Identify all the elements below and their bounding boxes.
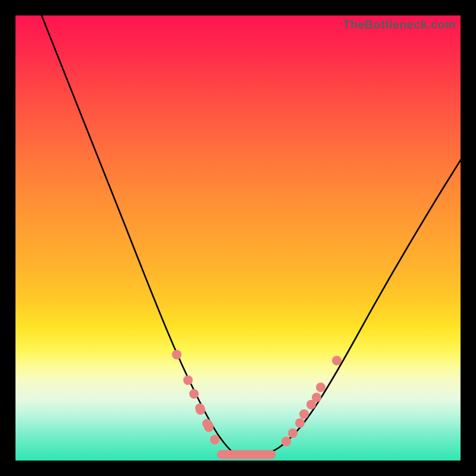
data-dot	[189, 389, 199, 399]
curve-line	[39, 10, 462, 455]
data-dot	[299, 409, 309, 419]
data-dot	[281, 437, 291, 446]
chart-svg	[15, 15, 461, 461]
data-dot	[183, 375, 193, 385]
data-dot	[195, 403, 205, 413]
data-dot	[210, 435, 220, 444]
data-dot	[295, 418, 305, 428]
data-dot	[204, 422, 214, 432]
data-dot	[306, 400, 316, 409]
data-dot	[288, 428, 298, 438]
data-dot	[172, 350, 181, 359]
data-dot	[332, 356, 342, 365]
chart-plot-area: TheBottleneck.com	[15, 15, 461, 461]
data-dot	[316, 383, 325, 392]
watermark-text: TheBottleneck.com	[343, 18, 456, 32]
